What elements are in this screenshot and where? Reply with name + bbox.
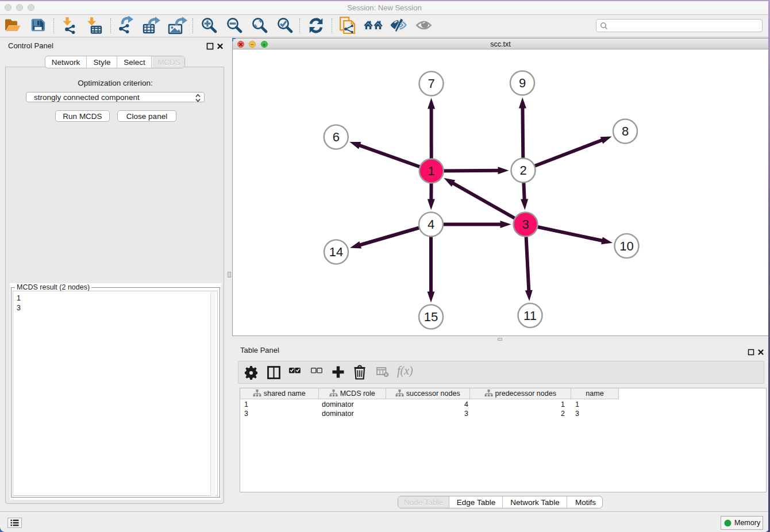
svg-text:15: 15 (424, 310, 438, 324)
svg-text:11: 11 (523, 309, 537, 323)
svg-text:10: 10 (619, 239, 633, 253)
svg-text:3: 3 (522, 217, 529, 232)
svg-text:8: 8 (622, 124, 629, 138)
svg-text:1: 1 (428, 164, 435, 178)
svg-text:9: 9 (519, 76, 526, 90)
svg-text:7: 7 (428, 76, 434, 91)
svg-text:2: 2 (519, 163, 526, 178)
svg-text:6: 6 (333, 130, 340, 144)
svg-text:4: 4 (428, 217, 434, 232)
svg-text:14: 14 (329, 245, 343, 259)
